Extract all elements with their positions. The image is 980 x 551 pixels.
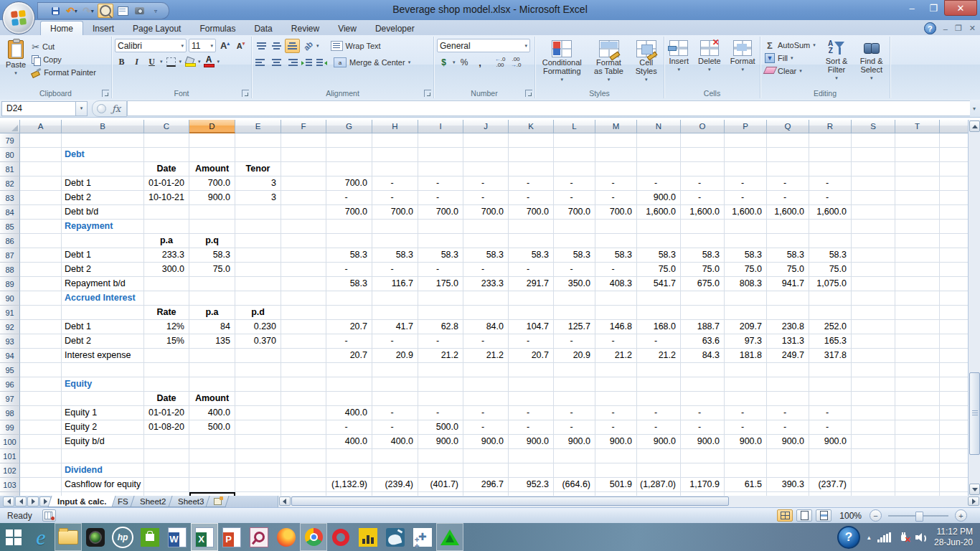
font-size-select[interactable]: 11▾ [189, 39, 216, 52]
cell-I95[interactable] [418, 363, 463, 377]
cell-Q88[interactable]: 75.0 [767, 263, 809, 277]
cell-H101[interactable] [372, 449, 418, 463]
cell-M80[interactable] [595, 148, 637, 162]
cell-R91[interactable] [809, 306, 852, 320]
cell-Q81[interactable] [767, 162, 809, 176]
cell-F95[interactable] [281, 363, 326, 377]
cell-R95[interactable] [809, 363, 852, 377]
taskbar-windows-store[interactable] [136, 523, 164, 551]
cell-styles-button[interactable]: Cell Styles ▾ [631, 39, 661, 88]
cell-K100[interactable]: 900.0 [509, 435, 554, 449]
cell-D87[interactable]: 58.3 [189, 248, 235, 263]
cell-O95[interactable] [681, 363, 725, 377]
cell-B100[interactable]: Equity b/d [62, 435, 144, 449]
cell-M101[interactable] [595, 449, 637, 463]
start-button[interactable] [0, 523, 27, 551]
cell-F79[interactable] [281, 133, 326, 148]
row-header-94[interactable]: 94 [0, 349, 20, 363]
cell-Q102[interactable] [767, 463, 809, 478]
cell-I99[interactable]: 500.0 [418, 420, 463, 435]
cell-H79[interactable] [372, 133, 418, 148]
cell-T97[interactable] [895, 392, 940, 406]
cell-T102[interactable] [895, 463, 940, 478]
fill-color-dropdown-icon[interactable]: ▾ [198, 59, 201, 65]
cell-P92[interactable]: 209.7 [725, 320, 767, 334]
cell-C97[interactable]: Date [144, 392, 189, 406]
cell-F93[interactable] [281, 334, 326, 349]
cell-Q80[interactable] [767, 148, 809, 162]
cell-A102[interactable] [20, 463, 62, 478]
cell-N96[interactable] [637, 377, 681, 392]
cell-R93[interactable]: 165.3 [809, 334, 852, 349]
cell-C101[interactable] [144, 449, 189, 463]
column-header-D[interactable]: D [189, 120, 235, 133]
cell-P100[interactable]: 900.0 [725, 435, 767, 449]
cell-P103[interactable]: 61.5 [725, 478, 767, 492]
cell-S80[interactable] [852, 148, 895, 162]
column-header-M[interactable]: M [595, 120, 637, 133]
delete-cells-button[interactable]: Delete ▾ [695, 39, 724, 88]
cell-A91[interactable] [20, 306, 62, 320]
cell-H93[interactable]: - [372, 334, 418, 349]
cell-R80[interactable] [809, 148, 852, 162]
cell-F81[interactable] [281, 162, 326, 176]
close-window-button[interactable]: ✕ [944, 0, 977, 16]
cell-E102[interactable] [235, 463, 281, 478]
cell-J98[interactable]: - [463, 406, 509, 420]
cell-M96[interactable] [595, 377, 637, 392]
cell-G80[interactable] [326, 148, 372, 162]
cut-button[interactable]: ✂Cut [30, 40, 98, 53]
cell-T87[interactable] [895, 248, 940, 263]
column-header-R[interactable]: R [809, 120, 852, 133]
cell-P95[interactable] [725, 363, 767, 377]
column-header-C[interactable]: C [144, 120, 189, 133]
cell-P89[interactable]: 808.3 [725, 277, 767, 291]
cell-C92[interactable]: 12% [144, 320, 189, 334]
row-header-92[interactable]: 92 [0, 320, 20, 334]
cell-N98[interactable]: - [637, 406, 681, 420]
cell-A90[interactable] [20, 291, 62, 306]
office-button[interactable] [2, 1, 35, 34]
cell-T94[interactable] [895, 349, 940, 363]
cell-L91[interactable] [554, 306, 595, 320]
row-header-79[interactable]: 79 [0, 133, 20, 148]
cell-L88[interactable]: - [554, 263, 595, 277]
column-header-L[interactable]: L [554, 120, 595, 133]
cell-K97[interactable] [509, 392, 554, 406]
cell-T85[interactable] [895, 220, 940, 234]
cell-M97[interactable] [595, 392, 637, 406]
page-break-view-button[interactable] [816, 509, 831, 522]
cell-L99[interactable]: - [554, 420, 595, 435]
cell-J83[interactable]: - [463, 191, 509, 205]
cell-Q91[interactable] [767, 306, 809, 320]
cell-D96[interactable] [189, 377, 235, 392]
row-header-83[interactable]: 83 [0, 191, 20, 205]
row-header-87[interactable]: 87 [0, 248, 20, 263]
cell-S102[interactable] [852, 463, 895, 478]
formula-input[interactable] [127, 100, 970, 116]
cell-S84[interactable] [852, 205, 895, 220]
cell-C85[interactable] [144, 220, 189, 234]
cell-O102[interactable] [681, 463, 725, 478]
cell-I97[interactable] [418, 392, 463, 406]
cell-N91[interactable] [637, 306, 681, 320]
cell-E86[interactable] [235, 234, 281, 248]
cell-Q92[interactable]: 230.8 [767, 320, 809, 334]
cell-P102[interactable] [725, 463, 767, 478]
cell-P93[interactable]: 97.3 [725, 334, 767, 349]
cell-E90[interactable] [235, 291, 281, 306]
cell-M92[interactable]: 146.8 [595, 320, 637, 334]
cell-Q100[interactable]: 900.0 [767, 435, 809, 449]
tab-view[interactable]: View [329, 22, 366, 35]
cell-L92[interactable]: 125.7 [554, 320, 595, 334]
cell-F84[interactable] [281, 205, 326, 220]
cell-I80[interactable] [418, 148, 463, 162]
borders-dropdown-icon[interactable]: ▾ [179, 59, 182, 65]
cell-O97[interactable] [681, 392, 725, 406]
help-assistant-icon[interactable]: ? [837, 526, 860, 549]
cell-J90[interactable] [463, 291, 509, 306]
cell-F87[interactable] [281, 248, 326, 263]
accounting-dropdown-icon[interactable]: ▾ [453, 60, 456, 65]
cell-L93[interactable]: - [554, 334, 595, 349]
first-sheet-button[interactable] [3, 496, 14, 507]
